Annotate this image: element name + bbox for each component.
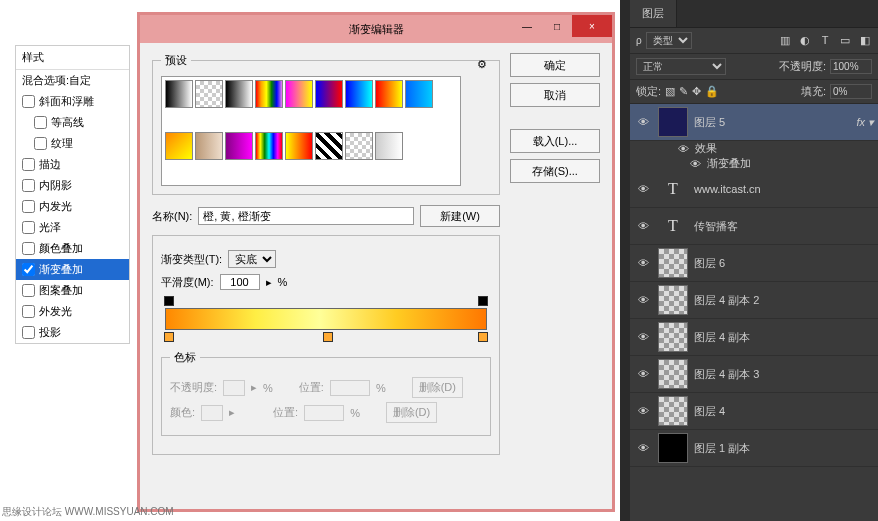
visibility-icon[interactable]: 👁 [634, 294, 652, 306]
visibility-icon[interactable]: 👁 [634, 220, 652, 232]
layer-item[interactable]: 👁图层 4 副本 3 [630, 356, 878, 393]
style-color-overlay-check[interactable] [22, 242, 35, 255]
preset-swatch[interactable] [315, 132, 343, 160]
cancel-button[interactable]: 取消 [510, 83, 600, 107]
layer-item[interactable]: 👁图层 6 [630, 245, 878, 282]
color-stop[interactable] [478, 332, 488, 342]
filter-text-icon[interactable]: T [818, 34, 832, 47]
blend-mode-select[interactable]: 正常 [636, 58, 726, 75]
layer-item[interactable]: 👁 图层 5 fx ▾ [630, 104, 878, 141]
preset-swatch[interactable] [345, 132, 373, 160]
style-texture[interactable]: 纹理 [16, 133, 129, 154]
opacity-stop[interactable] [478, 296, 488, 306]
layer-name[interactable]: 图层 4 副本 3 [694, 367, 759, 382]
style-stroke-check[interactable] [22, 158, 35, 171]
preset-swatch[interactable] [285, 80, 313, 108]
filter-adjust-icon[interactable]: ◐ [798, 34, 812, 47]
lock-trans-icon[interactable]: ▧ [665, 85, 675, 98]
preset-swatch[interactable] [345, 80, 373, 108]
style-satin-check[interactable] [22, 221, 35, 234]
layer-effects[interactable]: 👁效果 [630, 141, 878, 156]
style-outer-glow-check[interactable] [22, 305, 35, 318]
layer-item[interactable]: 👁图层 4 副本 [630, 319, 878, 356]
style-pattern-overlay-check[interactable] [22, 284, 35, 297]
fx-badge[interactable]: fx ▾ [856, 116, 874, 129]
visibility-icon[interactable]: 👁 [634, 257, 652, 269]
name-input[interactable] [198, 207, 414, 225]
visibility-icon[interactable]: 👁 [634, 368, 652, 380]
gradient-bar[interactable] [165, 308, 487, 330]
filter-smart-icon[interactable]: ◧ [858, 34, 872, 47]
visibility-icon[interactable]: 👁 [634, 405, 652, 417]
layer-item[interactable]: 👁T传智播客 [630, 208, 878, 245]
style-contour[interactable]: 等高线 [16, 112, 129, 133]
layer-name[interactable]: 图层 4 副本 2 [694, 293, 759, 308]
preset-swatch[interactable] [195, 80, 223, 108]
style-bevel[interactable]: 斜面和浮雕 [16, 91, 129, 112]
fill-input[interactable] [830, 84, 872, 99]
layer-name[interactable]: 图层 1 副本 [694, 441, 750, 456]
filter-kind-select[interactable]: 类型 [646, 32, 692, 49]
opacity-stop[interactable] [164, 296, 174, 306]
ok-button[interactable]: 确定 [510, 53, 600, 77]
lock-all-icon[interactable]: 🔒 [705, 85, 719, 98]
preset-swatch[interactable] [255, 80, 283, 108]
layer-item[interactable]: 👁图层 4 [630, 393, 878, 430]
style-satin[interactable]: 光泽 [16, 217, 129, 238]
style-drop-shadow-check[interactable] [22, 326, 35, 339]
preset-swatch[interactable] [405, 80, 433, 108]
save-button[interactable]: 存储(S)... [510, 159, 600, 183]
preset-swatch[interactable] [315, 80, 343, 108]
layer-item[interactable]: 👁图层 1 副本 [630, 430, 878, 467]
layer-thumb[interactable] [658, 396, 688, 426]
visibility-icon[interactable]: 👁 [634, 116, 652, 128]
layer-thumb[interactable] [658, 285, 688, 315]
lock-move-icon[interactable]: ✥ [692, 85, 701, 98]
style-inner-shadow-check[interactable] [22, 179, 35, 192]
visibility-icon[interactable]: 👁 [634, 442, 652, 454]
style-gradient-overlay[interactable]: 渐变叠加 [16, 259, 129, 280]
layer-name[interactable]: www.itcast.cn [694, 183, 761, 195]
layer-name[interactable]: 图层 5 [694, 115, 725, 130]
filter-shape-icon[interactable]: ▭ [838, 34, 852, 47]
layer-thumb[interactable] [658, 248, 688, 278]
load-button[interactable]: 载入(L)... [510, 129, 600, 153]
color-stop[interactable] [323, 332, 333, 342]
new-button[interactable]: 新建(W) [420, 205, 500, 227]
style-contour-check[interactable] [34, 116, 47, 129]
lock-paint-icon[interactable]: ✎ [679, 85, 688, 98]
layer-thumb[interactable] [658, 107, 688, 137]
visibility-icon[interactable]: 👁 [634, 183, 652, 195]
visibility-icon[interactable]: 👁 [634, 331, 652, 343]
layer-item[interactable]: 👁图层 4 副本 2 [630, 282, 878, 319]
layer-thumb[interactable] [658, 359, 688, 389]
filter-image-icon[interactable]: ▥ [778, 34, 792, 47]
gear-icon[interactable]: ⚙ [477, 58, 487, 71]
style-inner-glow[interactable]: 内发光 [16, 196, 129, 217]
layer-thumb[interactable] [658, 322, 688, 352]
layer-effect-gradient[interactable]: 👁渐变叠加 [630, 156, 878, 171]
blend-options[interactable]: 混合选项:自定 [16, 70, 129, 91]
style-stroke[interactable]: 描边 [16, 154, 129, 175]
style-drop-shadow[interactable]: 投影 [16, 322, 129, 343]
style-bevel-check[interactable] [22, 95, 35, 108]
close-button[interactable]: × [572, 15, 612, 37]
style-color-overlay[interactable]: 颜色叠加 [16, 238, 129, 259]
style-inner-shadow[interactable]: 内阴影 [16, 175, 129, 196]
layers-tab[interactable]: 图层 [630, 0, 677, 27]
layer-name[interactable]: 传智播客 [694, 219, 738, 234]
style-outer-glow[interactable]: 外发光 [16, 301, 129, 322]
layer-name[interactable]: 图层 6 [694, 256, 725, 271]
style-inner-glow-check[interactable] [22, 200, 35, 213]
preset-swatch[interactable] [225, 80, 253, 108]
titlebar[interactable]: 渐变编辑器 ― □ × [140, 15, 612, 43]
style-gradient-overlay-check[interactable] [22, 263, 35, 276]
layer-name[interactable]: 图层 4 [694, 404, 725, 419]
preset-swatch[interactable] [285, 132, 313, 160]
layer-item[interactable]: 👁Twww.itcast.cn [630, 171, 878, 208]
layer-thumb[interactable] [658, 433, 688, 463]
minimize-button[interactable]: ― [512, 15, 542, 37]
maximize-button[interactable]: □ [542, 15, 572, 37]
preset-swatch[interactable] [375, 132, 403, 160]
color-stop[interactable] [164, 332, 174, 342]
